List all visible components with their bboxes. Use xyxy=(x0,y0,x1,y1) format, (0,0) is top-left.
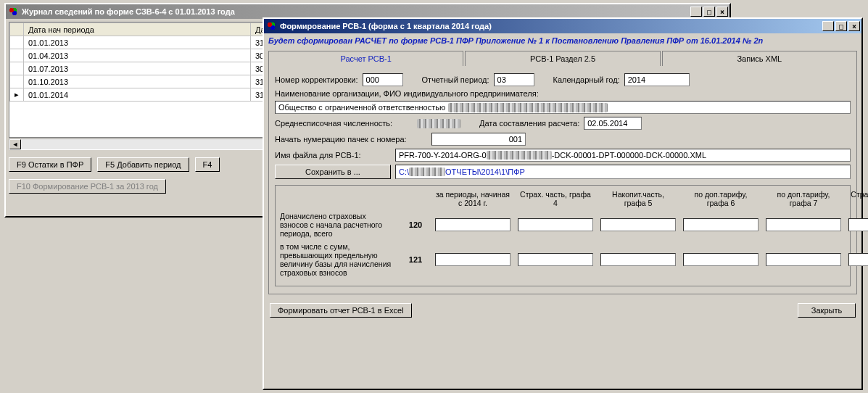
journal-titlebar: Журнал сведений по форме СЗВ-6-4 с 01.01… xyxy=(6,4,729,19)
row-mark xyxy=(10,49,24,62)
row121-c1[interactable] xyxy=(435,253,511,266)
savepath-b: ОТЧЕТЫ\2014\1\ПФР xyxy=(445,167,525,176)
tab-xml[interactable]: Запись XML xyxy=(662,51,857,66)
cell-start: 01.01.2014 xyxy=(24,88,251,102)
input-period[interactable] xyxy=(494,73,534,86)
col-oms: Страх.взносы ОМС, графа 8 xyxy=(848,190,868,207)
cell-start: 01.04.2013 xyxy=(24,49,251,62)
row-saveas: Сохранить в ... C:\ ОТЧЕТЫ\2014\1\ПФР xyxy=(275,165,851,179)
scroll-left-icon[interactable]: ◄ xyxy=(9,139,21,149)
tabstrip: Расчет РСВ-1 РСВ-1 Раздел 2.5 Запись XML xyxy=(268,51,857,66)
row121-desc: в том числе с сумм, превышающих предельн… xyxy=(280,242,396,277)
col-periods: за периоды, начиная с 2014 г. xyxy=(435,190,511,207)
col-addtariff6: по доп.тарифу, графа 6 xyxy=(683,190,759,207)
label-startnum: Начать нумерацию пачек с номера: xyxy=(275,135,427,144)
row120-desc: Доначислено страховых взносов с начала р… xyxy=(280,212,396,238)
label-period: Отчетный период: xyxy=(422,75,489,84)
savepath-a: C:\ xyxy=(399,167,409,176)
f4-button[interactable]: F4 xyxy=(195,157,220,172)
bottom-bar: Формировать отчет РСВ-1 в Excel Закрыть xyxy=(264,297,861,323)
input-avg-redacted xyxy=(417,117,468,130)
f10-button: F10 Формирование РСВ-1 за 2013 год xyxy=(9,179,166,194)
row-avg: Среднесписочная численность: Дата состав… xyxy=(275,117,851,130)
journal-title: Журнал сведений по форме СЗВ-6-4 с 01.01… xyxy=(22,7,235,16)
label-filename: Имя файла для РСВ-1: xyxy=(275,151,391,160)
f9-button[interactable]: F9 Остатки в ПФР xyxy=(9,157,91,172)
cell-start: 01.10.2013 xyxy=(24,75,251,88)
row-mark: ▸ xyxy=(10,88,24,102)
input-startnum[interactable] xyxy=(431,133,526,146)
row-orgname-value: Общество с ограниченной ответственностью xyxy=(275,101,851,114)
notice-text: Будет сформирован РАСЧЕТ по форме РСВ-1 … xyxy=(268,36,857,45)
minimize-button[interactable]: _ xyxy=(822,21,834,31)
row-mark xyxy=(10,75,24,88)
rsv-title: Формирование РСВ-1 (форма с 1 квартала 2… xyxy=(280,22,492,30)
maximize-button[interactable]: □ xyxy=(835,21,847,31)
tab-section25[interactable]: РСВ-1 Раздел 2.5 xyxy=(465,51,660,66)
minimize-button[interactable]: _ xyxy=(690,7,702,17)
saveas-button[interactable]: Сохранить в ... xyxy=(275,165,391,179)
grid-header-mark xyxy=(10,23,24,36)
f5-button[interactable]: F5 Добавить период xyxy=(97,157,189,172)
app-icon xyxy=(265,20,277,32)
input-year[interactable] xyxy=(624,73,690,86)
label-calcdate: Дата составления расчета: xyxy=(479,119,579,128)
col-funded: Накопит.часть, графа 5 xyxy=(600,190,676,207)
label-orgname: Наименование организации, ФИО индивидуал… xyxy=(275,89,539,98)
row121-c4[interactable] xyxy=(683,253,759,266)
label-correction: Номер корректировки: xyxy=(275,75,358,84)
cell-start: 01.01.2013 xyxy=(24,36,251,49)
input-calcdate[interactable] xyxy=(584,117,642,130)
col-insurance: Страх. часть, графа 4 xyxy=(518,190,593,207)
input-orgname[interactable]: Общество с ограниченной ответственностью xyxy=(275,101,851,114)
excel-button[interactable]: Формировать отчет РСВ-1 в Excel xyxy=(270,303,412,318)
row120-c5[interactable] xyxy=(766,218,841,231)
contrib-grid: за периоды, начиная с 2014 г. Страх. час… xyxy=(275,185,851,286)
row121-c3[interactable] xyxy=(600,253,676,266)
savepath-box[interactable]: C:\ ОТЧЕТЫ\2014\1\ПФР xyxy=(395,165,851,179)
cell-start: 01.07.2013 xyxy=(24,62,251,75)
contrib-headers: за периоды, начиная с 2014 г. Страх. час… xyxy=(280,190,846,207)
close-button[interactable]: × xyxy=(716,7,728,17)
row-mark xyxy=(10,36,24,49)
col-addtariff7: по доп.тарифу, графа 7 xyxy=(766,190,841,207)
row120-c4[interactable] xyxy=(683,218,759,231)
app-icon xyxy=(7,6,19,17)
row-120: Доначислено страховых взносов с начала р… xyxy=(280,212,846,238)
filename-redacted xyxy=(487,151,552,160)
row-121: в том числе с сумм, превышающих предельн… xyxy=(280,242,846,277)
orgname-redacted xyxy=(448,103,608,112)
row-filename: Имя файла для РСВ-1: PFR-700-Y-2014-ORG-… xyxy=(275,149,851,162)
row120-c2[interactable] xyxy=(518,218,593,231)
row120-c3[interactable] xyxy=(600,218,676,231)
savepath-redacted xyxy=(409,167,445,176)
filename-part-a: PFR-700-Y-2014-ORG-0 xyxy=(399,151,487,160)
orgname-prefix: Общество с ограниченной ответственностью xyxy=(278,103,445,112)
maximize-button[interactable]: □ xyxy=(703,7,715,17)
rsv-titlebar: Формирование РСВ-1 (форма с 1 квартала 2… xyxy=(264,19,861,33)
input-filename[interactable]: PFR-700-Y-2014-ORG-0 -DCK-00001-DPT-0000… xyxy=(395,149,851,162)
row120-c1[interactable] xyxy=(435,218,511,231)
rsv-window: Формирование РСВ-1 (форма с 1 квартала 2… xyxy=(263,17,863,390)
row121-code: 121 xyxy=(403,255,428,264)
row120-c6[interactable] xyxy=(848,218,868,231)
row-orgname-label: Наименование организации, ФИО индивидуал… xyxy=(275,89,851,98)
tab-rsv1[interactable]: Расчет РСВ-1 xyxy=(268,51,463,66)
row121-c2[interactable] xyxy=(518,253,593,266)
row121-c6[interactable] xyxy=(848,253,868,266)
label-avg: Среднесписочная численность: xyxy=(275,119,413,128)
row121-c5[interactable] xyxy=(766,253,841,266)
row-correction: Номер корректировки: Отчетный период: Ка… xyxy=(275,73,851,86)
input-correction[interactable] xyxy=(363,73,403,86)
row-startnum: Начать нумерацию пачек с номера: xyxy=(275,133,851,146)
form-panel: Номер корректировки: Отчетный период: Ка… xyxy=(268,66,857,294)
close-button[interactable]: × xyxy=(848,21,860,31)
filename-part-b: -DCK-00001-DPT-000000-DCK-00000.XML xyxy=(552,151,706,160)
label-year: Календарный год: xyxy=(553,75,620,84)
row-mark xyxy=(10,62,24,75)
row120-code: 120 xyxy=(403,220,428,229)
grid-header-start: Дата нач периода xyxy=(24,23,251,36)
close-form-button[interactable]: Закрыть xyxy=(798,303,856,318)
